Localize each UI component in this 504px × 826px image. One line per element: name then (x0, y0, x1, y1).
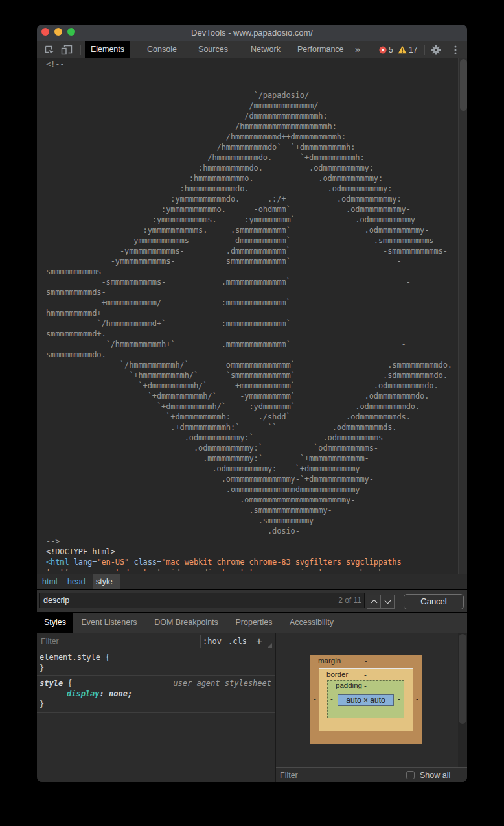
settings-gear-icon[interactable] (431, 45, 441, 55)
cancel-button[interactable]: Cancel (404, 594, 464, 609)
show-all-label: Show all (420, 768, 450, 782)
margin-top-value[interactable]: - (363, 657, 369, 665)
computed-filter-bar: Filter Show all (276, 767, 467, 782)
toggle-device-toolbar-icon[interactable] (61, 45, 73, 55)
window-title: DevTools - www.papadosio.com/ (37, 25, 467, 41)
padding-bottom-value[interactable]: - (362, 708, 369, 716)
more-tabs-button[interactable]: » (355, 41, 360, 58)
tab-console[interactable]: Console (144, 41, 179, 58)
border-bottom-value[interactable]: - (362, 721, 369, 729)
box-model-content[interactable]: auto × auto (338, 694, 394, 706)
tab-accessibility[interactable]: Accessibility (288, 613, 336, 633)
inspect-element-icon[interactable] (44, 45, 54, 55)
find-next-button[interactable] (380, 595, 395, 609)
rule2-brace-open: { (67, 679, 72, 688)
rule1-brace-open: { (105, 653, 109, 662)
toolbar-separator-2 (424, 45, 425, 55)
tab-event-listeners[interactable]: Event Listeners (80, 613, 139, 633)
rule-separator (37, 675, 275, 676)
tab-dom-breakpoints[interactable]: DOM Breakpoints (152, 613, 220, 633)
element-classes-button[interactable]: .cls (228, 633, 247, 650)
dom-scrollbar-thumb[interactable] (460, 59, 467, 111)
css-property-value[interactable]: none (109, 689, 128, 698)
toolbar-separator (80, 45, 81, 55)
warning-count: 17 (409, 41, 417, 58)
devtools-toolbar: Elements Console Sources Network Perform… (37, 41, 467, 58)
find-match-count: 2 of 11 (338, 593, 361, 609)
find-previous-button[interactable] (367, 595, 381, 609)
chevron-down-icon (384, 597, 391, 604)
margin-right-value[interactable]: - (414, 694, 420, 702)
dom-scrollbar[interactable] (458, 58, 467, 574)
css-property-name[interactable]: display (67, 689, 100, 698)
margin-left-value[interactable]: - (312, 694, 318, 702)
dom-tree-panel[interactable]: <!-- `/papadosio/ /mmmmmmmmmmmmm/ /dmmmm… (37, 58, 467, 571)
margin-bottom-value[interactable]: - (363, 733, 369, 741)
breadcrumb-head[interactable]: head (67, 574, 86, 589)
sidebar-tab-bar: Styles Event Listeners DOM Breakpoints P… (37, 613, 467, 633)
breadcrumb-html[interactable]: html (42, 574, 58, 589)
padding-left-value[interactable]: - (328, 694, 335, 702)
rule-separator-2 (37, 712, 275, 713)
styles-pane: Filter :hov .cls + element.style {} styl… (37, 633, 275, 782)
padding-top-value[interactable]: - (362, 681, 369, 689)
border-left-value[interactable]: - (321, 695, 327, 703)
border-label: border (326, 670, 348, 678)
computed-pane: margin - - - - border - - - - padding - … (276, 633, 467, 782)
rule1-selector: element.style (40, 653, 100, 662)
filter-separator (200, 635, 201, 648)
rule-ua-style[interactable]: style {user agent stylesheet display: no… (40, 678, 273, 709)
show-all-checkbox[interactable] (406, 771, 415, 779)
padding-label: padding (336, 681, 362, 689)
tab-network[interactable]: Network (247, 41, 284, 58)
html-source-text: <!-- `/papadosio/ /mmmmmmmmmmmmm/ /dmmmm… (46, 59, 452, 571)
rule2-brace-close: } (40, 700, 44, 709)
styles-filter-input[interactable]: Filter (41, 633, 59, 650)
computed-scrollbar-thumb[interactable] (459, 634, 466, 724)
tab-elements[interactable]: Elements (85, 41, 130, 58)
tab-styles[interactable]: Styles (37, 613, 73, 633)
computed-filter-input[interactable]: Filter (280, 768, 298, 782)
tab-performance[interactable]: Performance (297, 41, 336, 58)
rule1-brace-close: } (40, 663, 44, 672)
find-bar: descrip 2 of 11 Cancel (37, 589, 467, 613)
breadcrumb-style[interactable]: style (96, 574, 113, 589)
rule-element-style[interactable]: element.style {} (40, 652, 109, 673)
tab-properties[interactable]: Properties (234, 613, 274, 633)
devtools-window: DevTools - www.papadosio.com/ Elements C… (37, 25, 467, 782)
toggle-element-state-button[interactable]: :hov (203, 633, 222, 650)
title-bar: DevTools - www.papadosio.com/ (37, 25, 467, 41)
error-count: 5 (389, 41, 393, 58)
border-top-value[interactable]: - (362, 670, 369, 678)
computed-scrollbar[interactable] (458, 633, 467, 767)
styles-filter-row: Filter :hov .cls + (37, 633, 275, 650)
padding-right-value[interactable]: - (396, 694, 402, 702)
menu-dots-icon[interactable] (454, 45, 457, 54)
find-query-text: descrip (43, 593, 69, 609)
chevron-up-icon (371, 600, 377, 606)
error-count-icon[interactable] (379, 46, 387, 54)
rule2-selector: style (40, 679, 63, 688)
border-right-value[interactable]: - (404, 695, 411, 703)
stylesheet-origin-label: user agent stylesheet (173, 678, 271, 689)
tab-sources[interactable]: Sources (196, 41, 231, 58)
warning-count-icon[interactable] (398, 45, 407, 54)
find-input[interactable]: descrip 2 of 11 (39, 593, 365, 608)
new-style-rule-button[interactable]: + (256, 633, 262, 650)
corner-resizer (267, 643, 272, 648)
margin-label: margin (318, 657, 341, 665)
breadcrumb-bar: html head style (37, 574, 467, 589)
